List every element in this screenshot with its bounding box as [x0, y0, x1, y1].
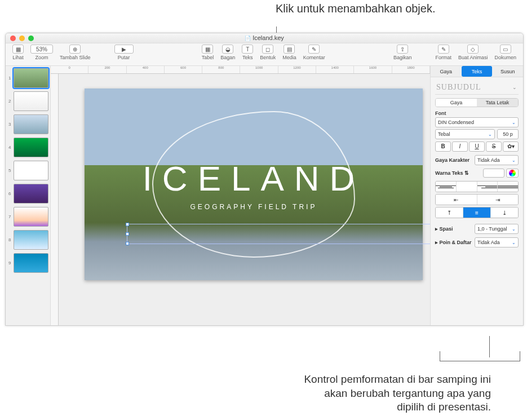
spacing-label: ▸ Spasi	[435, 226, 453, 232]
callout-add-object: Klik untuk menambahkan objek.	[276, 1, 436, 16]
document-icon: ▭	[500, 45, 511, 54]
minimize-icon[interactable]	[19, 36, 25, 41]
subtab-tata-letak[interactable]: Tata Letak	[477, 99, 518, 107]
callout-format-sidebar: Kontrol pemformatan di bar samping ini a…	[299, 373, 491, 414]
italic-button[interactable]: I	[452, 142, 468, 152]
add-slide-button[interactable]: ⊕ Tambah Slide	[60, 45, 91, 60]
font-label: Font	[435, 110, 519, 116]
slide-subtitle[interactable]: GEOGRAPHY FIELD TRIP	[191, 203, 317, 211]
play-icon: ▶	[114, 45, 134, 54]
comment-icon: ✎	[308, 45, 320, 54]
align-left-button[interactable]	[436, 182, 457, 192]
shape-button[interactable]: ◻ Bentuk	[260, 45, 276, 60]
chevron-icon: ⌄	[512, 120, 516, 125]
valign-middle-button[interactable]: ≡	[463, 207, 491, 218]
ruler-vertical	[51, 74, 59, 325]
document-title: Iceland.key	[245, 34, 284, 41]
chevron-icon: ⌄	[512, 240, 516, 245]
app-window: Iceland.key ▦ Lihat 53% Zoom ⊕ Tambah Sl…	[5, 33, 524, 326]
bullets-select[interactable]: Tidak Ada⌄	[475, 237, 519, 247]
animate-button[interactable]: ◇ Buat Animasi	[458, 45, 488, 60]
slide-thumb-2[interactable]: 2	[14, 91, 48, 111]
slide-canvas[interactable]: ICELAND GEOGRAPHY FIELD TRIP	[85, 89, 423, 280]
slide-thumb-5[interactable]: 5	[14, 161, 48, 180]
tab-teks[interactable]: Teks	[462, 66, 493, 77]
workspace: 1 2 3 4 5 6 7 8 9 0200400600800100012001…	[6, 66, 523, 325]
slide-thumb-1[interactable]: 1	[14, 68, 48, 88]
tab-susun[interactable]: Susun	[492, 66, 523, 77]
table-icon: ▦	[202, 45, 213, 54]
bold-button[interactable]: B	[435, 142, 451, 152]
bullets-label: ▸ Poin & Daftar	[435, 240, 472, 245]
slide-thumb-3[interactable]: 3	[14, 114, 48, 134]
play-button[interactable]: ▶ Putar	[114, 45, 134, 60]
underline-button[interactable]: U	[469, 142, 485, 152]
align-center-button[interactable]	[457, 182, 477, 192]
text-color-swatch[interactable]	[483, 169, 504, 178]
chart-icon: ◒	[222, 45, 233, 54]
paragraph-style-select[interactable]: SUBJUDUL ⌄	[435, 81, 519, 95]
share-icon: ⇪	[397, 45, 408, 54]
align-justify-button[interactable]	[498, 182, 518, 192]
spacing-select[interactable]: 1,0 - Tunggal⌄	[475, 224, 519, 234]
format-icon: ✎	[438, 45, 449, 54]
chevron-icon: ⌄	[488, 132, 492, 137]
media-button[interactable]: ▤ Media	[282, 45, 296, 60]
chevron-down-icon: ⌄	[512, 85, 517, 90]
sidebar-top-tabs: Gaya Teks Susun	[431, 66, 523, 77]
add-slide-icon: ⊕	[69, 45, 81, 54]
window-controls	[10, 36, 34, 41]
selection-box	[127, 224, 430, 244]
horizontal-align-row	[435, 181, 519, 192]
text-options-button[interactable]: ✿▾	[503, 142, 519, 152]
indent-button[interactable]: ⇥	[477, 194, 519, 205]
indent-row: ⇤ ⇥	[435, 194, 519, 205]
tab-gaya[interactable]: Gaya	[431, 66, 462, 77]
subtab-gaya[interactable]: Gaya	[436, 99, 477, 107]
slide-thumb-4[interactable]: 4	[14, 138, 48, 157]
text-button[interactable]: T Teks	[242, 45, 253, 60]
text-subtabs: Gaya Tata Letak	[435, 98, 519, 107]
strike-button[interactable]: S	[486, 142, 502, 152]
view-icon: ▦	[12, 45, 24, 54]
callout-bracket-bottom	[440, 351, 520, 361]
outdent-button[interactable]: ⇤	[436, 194, 477, 205]
valign-top-button[interactable]: ⤒	[436, 207, 463, 218]
text-color-label: Warna Teks ⇅	[435, 170, 469, 176]
char-style-select[interactable]: Tidak Ada⌄	[475, 155, 519, 165]
vertical-align-row: ⤒ ≡ ⤓	[435, 207, 519, 218]
table-button[interactable]: ▦ Tabel	[202, 45, 214, 60]
maximize-icon[interactable]	[28, 36, 34, 41]
comment-button[interactable]: ✎ Komentar	[303, 45, 325, 60]
slide-thumb-7[interactable]: 7	[14, 207, 48, 227]
slide-title[interactable]: ICELAND	[143, 158, 365, 198]
titlebar: Iceland.key	[6, 33, 523, 43]
slide-navigator[interactable]: 1 2 3 4 5 6 7 8 9	[6, 66, 51, 325]
format-sidebar: Gaya Teks Susun SUBJUDUL ⌄ Gaya Tata Let…	[430, 66, 523, 325]
format-button[interactable]: ✎ Format	[435, 45, 451, 60]
chart-button[interactable]: ◒ Bagan	[220, 45, 235, 60]
shape-icon: ◻	[262, 45, 273, 54]
document-button[interactable]: ▭ Dokumen	[494, 45, 516, 60]
font-size-stepper[interactable]: 50 p	[497, 129, 519, 139]
slide-thumb-6[interactable]: 6	[14, 184, 48, 204]
slide-thumb-8[interactable]: 8	[14, 230, 48, 250]
align-right-button[interactable]	[477, 182, 498, 192]
color-wheel-icon	[509, 170, 516, 176]
share-button[interactable]: ⇪ Bagikan	[393, 45, 412, 60]
char-style-label: Gaya Karakter	[435, 157, 470, 163]
chevron-icon: ⌄	[512, 158, 516, 163]
font-family-select[interactable]: DIN Condensed⌄	[435, 117, 519, 127]
close-icon[interactable]	[10, 36, 16, 41]
font-style-select[interactable]: Tebal⌄	[435, 129, 495, 139]
valign-bottom-button[interactable]: ⤓	[491, 207, 518, 218]
zoom-value: 53%	[30, 45, 53, 54]
zoom-button[interactable]: 53% Zoom	[30, 45, 53, 60]
color-picker-button[interactable]	[506, 169, 519, 178]
chevron-icon: ⌄	[512, 227, 516, 232]
animate-icon: ◇	[467, 45, 479, 54]
canvas-area[interactable]: 020040060080010001200140016001800 ICELAN…	[51, 66, 430, 325]
media-icon: ▤	[284, 45, 295, 54]
view-button[interactable]: ▦ Lihat	[12, 45, 24, 60]
slide-thumb-9[interactable]: 9	[14, 253, 48, 273]
